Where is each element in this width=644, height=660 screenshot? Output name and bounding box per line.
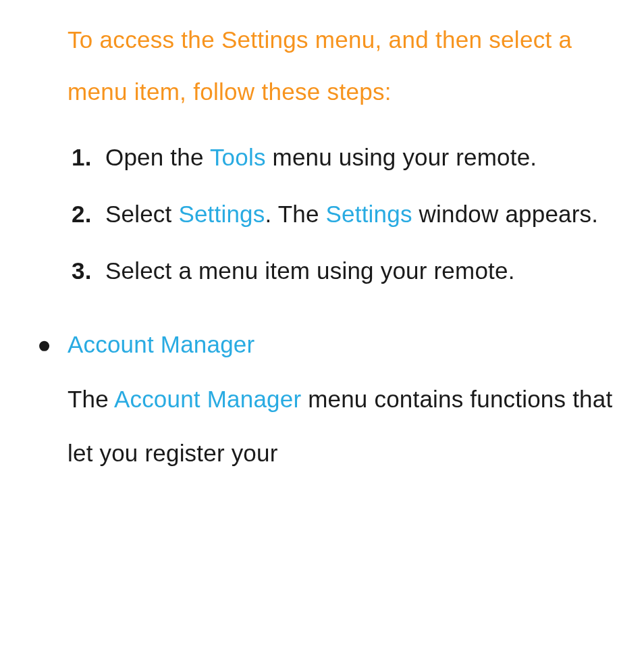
step-keyword: Settings <box>178 201 265 227</box>
step-item-1: 1. Open the Tools menu using your remote… <box>68 131 624 184</box>
step-text: Select <box>105 201 178 227</box>
intro-heading: To access the Settings menu, and then se… <box>68 14 624 118</box>
bullet-section: ● Account Manager The Account Manager me… <box>37 318 624 481</box>
step-item-2: 2. Select Settings. The Settings window … <box>68 188 624 241</box>
step-text: menu using your remote. <box>266 144 537 170</box>
bullet-body: The Account Manager menu contains functi… <box>37 372 624 481</box>
bullet-item: ● Account Manager <box>37 318 624 372</box>
step-number: 2. <box>72 188 92 241</box>
bullet-title: Account Manager <box>68 331 254 357</box>
step-text: Select a menu item using your remote. <box>105 257 515 284</box>
bullet-marker-icon: ● <box>37 318 51 372</box>
step-text: window appears. <box>412 201 599 227</box>
step-keyword: Settings <box>326 201 412 227</box>
step-keyword: Tools <box>210 144 266 170</box>
step-item-3: 3. Select a menu item using your remote. <box>68 245 624 298</box>
step-list: 1. Open the Tools menu using your remote… <box>68 131 624 297</box>
step-text: Open the <box>105 144 210 170</box>
step-number: 3. <box>72 245 92 298</box>
bullet-body-keyword: Account Manager <box>114 386 301 412</box>
bullet-body-text: The <box>68 386 114 412</box>
step-number: 1. <box>72 131 92 184</box>
step-text: . The <box>265 201 325 227</box>
